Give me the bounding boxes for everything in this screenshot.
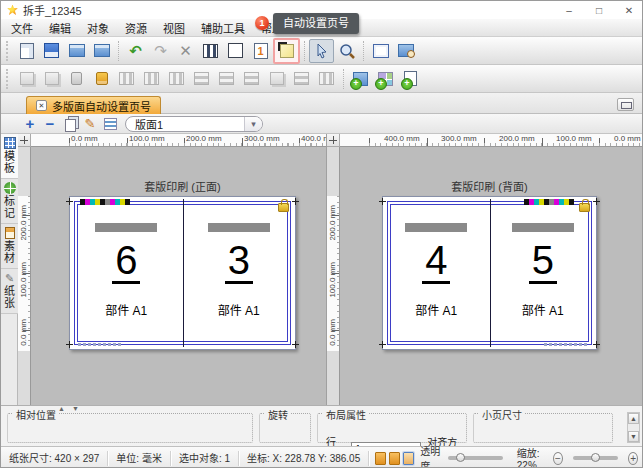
back-sheet[interactable]: 4 部件 A1 5 部件 A1 <box>382 196 597 350</box>
ruler-origin-button[interactable] <box>18 134 31 147</box>
swap-pages-button[interactable] <box>114 67 139 91</box>
layout-select[interactable]: 版面1 ▾ <box>125 116 263 132</box>
export-layout-button[interactable] <box>89 39 114 63</box>
tile-pages-button[interactable] <box>264 67 289 91</box>
align-top-button[interactable] <box>239 67 264 91</box>
rows-layout-button[interactable] <box>289 67 314 91</box>
active-document-tab[interactable]: ✕ 多版面自动设置页号 <box>26 96 161 114</box>
fit-page-button[interactable] <box>368 39 393 63</box>
paper-pen-icon: ✎ <box>4 272 16 284</box>
zoom-level: 缩放: 22% <box>517 445 549 468</box>
ruler-origin-button[interactable] <box>327 134 340 147</box>
add-layout-button[interactable] <box>348 67 373 91</box>
toolbar-grip[interactable] <box>6 41 11 61</box>
sheet-title: 套版印刷 (正面) <box>69 178 296 194</box>
page-number-button[interactable]: 1 <box>248 39 273 63</box>
tab-list-button[interactable] <box>617 98 634 111</box>
front-sheet[interactable]: 6 部件 A1 3 部件 A1 <box>69 196 296 350</box>
ruler-label: 0.0 mm <box>328 319 337 346</box>
add-layout-item-button[interactable]: + <box>21 115 39 132</box>
properties-scrollbar[interactable]: ▲ ▼ <box>627 412 640 443</box>
app-logo-icon <box>7 5 18 16</box>
sidebar-tab-materials[interactable]: 素材 <box>1 224 18 269</box>
zoom-in-button[interactable]: + <box>628 452 638 465</box>
save-button[interactable] <box>39 39 64 63</box>
scroll-down-icon[interactable]: ▼ <box>628 431 639 442</box>
menu-edit[interactable]: 编辑 <box>41 19 79 37</box>
back-canvas[interactable]: 套版印刷 (背面) 4 部件 A1 <box>340 147 643 405</box>
ruler-label: 100.0 mm <box>129 134 165 143</box>
page-number: 4 <box>383 239 490 284</box>
columns-layout-button[interactable] <box>314 67 339 91</box>
edit-layout-button[interactable]: ✎ <box>81 115 99 132</box>
page-slot[interactable]: 3 部件 A1 <box>183 197 296 349</box>
scroll-up-icon[interactable]: ▲ <box>628 413 639 424</box>
zoom-tool-button[interactable] <box>334 39 359 63</box>
add-page-button[interactable] <box>398 67 423 91</box>
preview-settings-icon <box>398 44 414 57</box>
group-button[interactable] <box>14 67 39 91</box>
menu-view[interactable]: 视图 <box>155 19 193 37</box>
minimize-button[interactable]: – <box>562 5 576 16</box>
zoom-slider-thumb[interactable] <box>591 453 600 462</box>
preview-settings-button[interactable] <box>393 39 418 63</box>
collapse-down-icon[interactable]: ▼ <box>72 405 79 412</box>
vertical-ruler: 200.0 mm 100.0 mm 0.0 mm <box>18 147 31 405</box>
menu-resource[interactable]: 资源 <box>117 19 155 37</box>
opacity-half-icon[interactable] <box>389 452 400 465</box>
layout-list-button[interactable] <box>101 115 119 132</box>
opacity-slider[interactable] <box>448 456 503 460</box>
auto-page-number-button[interactable] <box>273 38 300 64</box>
save-icon <box>44 43 59 58</box>
front-canvas[interactable]: 套版印刷 (正面) 6 部件 A1 <box>31 147 326 405</box>
add-parts-button[interactable] <box>373 67 398 91</box>
opacity-transparent-icon[interactable] <box>403 452 414 465</box>
ungroup-button[interactable] <box>39 67 64 91</box>
sidebar-tab-paper[interactable]: ✎ 纸张 <box>1 269 18 314</box>
group-rotation: 旋转 <box>259 413 311 443</box>
new-file-button[interactable] <box>14 39 39 63</box>
remove-layout-item-button[interactable]: − <box>41 115 59 132</box>
toolbar-grip[interactable] <box>6 69 11 89</box>
page-number: 5 <box>490 239 597 284</box>
select-tool-button[interactable] <box>309 39 334 63</box>
tab-close-icon[interactable]: ✕ <box>36 100 47 111</box>
lock-button[interactable] <box>64 67 89 91</box>
chevron-down-icon[interactable]: ▾ <box>244 117 262 131</box>
copy-icon <box>65 119 76 132</box>
copy-layout-button[interactable] <box>61 115 79 132</box>
ruler-label: 100.0 mm <box>19 262 28 298</box>
sidebar-tab-marks[interactable]: 标记 <box>1 179 18 224</box>
undo-button[interactable]: ↶ <box>123 39 148 63</box>
unlock-button[interactable] <box>89 67 114 91</box>
close-button[interactable]: ✕ <box>622 5 636 16</box>
sidebar-tab-templates[interactable]: 模板 <box>1 134 18 179</box>
part-label: 部件 A1 <box>383 301 490 318</box>
redo-icon: ↷ <box>154 43 167 58</box>
menu-tools[interactable]: 辅助工具 <box>193 19 253 37</box>
columns-view-button[interactable] <box>198 39 223 63</box>
opacity-solid-icon[interactable] <box>375 452 386 465</box>
imposition-grid-button[interactable] <box>223 39 248 63</box>
opacity-slider-thumb[interactable] <box>456 453 465 462</box>
page-slot[interactable]: 5 部件 A1 <box>490 197 597 349</box>
zoom-out-button[interactable]: − <box>553 452 563 465</box>
redo-button[interactable]: ↷ <box>148 39 173 63</box>
zoom-slider[interactable] <box>573 456 618 460</box>
flip-vertical-button[interactable] <box>164 67 189 91</box>
align-middle-button[interactable] <box>214 67 239 91</box>
plus-icon: + <box>26 115 35 132</box>
import-layout-button[interactable] <box>64 39 89 63</box>
flip-horizontal-button[interactable] <box>139 67 164 91</box>
maximize-button[interactable]: □ <box>592 5 606 16</box>
menu-file[interactable]: 文件 <box>3 19 41 37</box>
page-header-bar <box>512 223 574 232</box>
delete-button[interactable]: ✕ <box>173 39 198 63</box>
align-bottom-button[interactable] <box>189 67 214 91</box>
layout-toolbar: + − ✎ 版面1 ▾ <box>1 114 642 134</box>
page-slot[interactable]: 4 部件 A1 <box>383 197 490 349</box>
menu-object[interactable]: 对象 <box>79 19 117 37</box>
page-slot[interactable]: 6 部件 A1 <box>70 197 183 349</box>
page-header-bar <box>405 223 467 232</box>
collapse-up-icon[interactable]: ▲ <box>58 405 65 412</box>
